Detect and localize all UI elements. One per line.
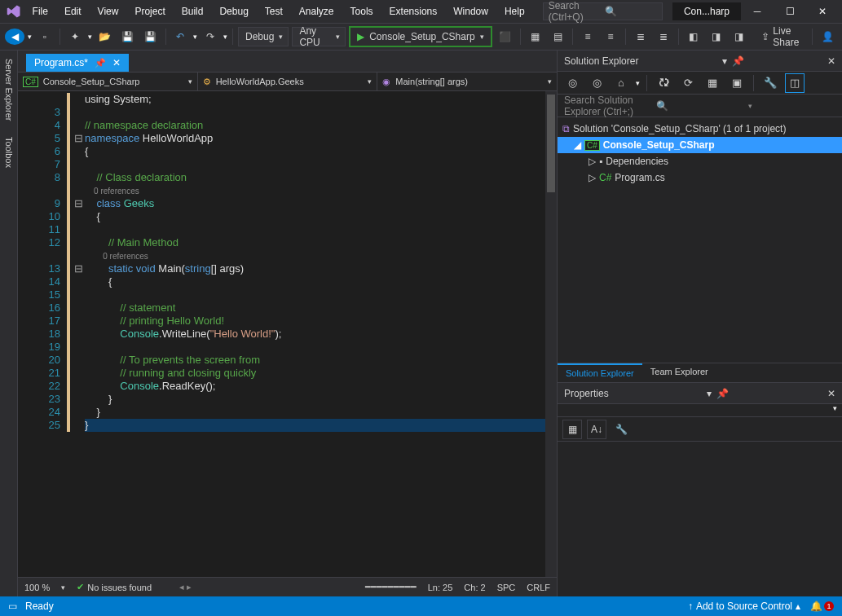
- menu-test[interactable]: Test: [257, 2, 291, 20]
- se-properties-icon[interactable]: 🔧: [760, 73, 780, 93]
- menu-build[interactable]: Build: [174, 2, 212, 20]
- menu-file[interactable]: File: [24, 2, 56, 20]
- se-home-icon[interactable]: ⌂: [611, 73, 631, 93]
- menu-view[interactable]: View: [90, 2, 127, 20]
- save-button[interactable]: 💾: [118, 27, 138, 46]
- menu-debug[interactable]: Debug: [211, 2, 256, 20]
- next-bookmark-icon[interactable]: ◨: [729, 27, 748, 46]
- comment-icon[interactable]: ≣: [631, 27, 650, 46]
- status-text: Ready: [25, 601, 54, 612]
- nav-class-dropdown[interactable]: ⚙HelloWorldApp.Geeks▾: [198, 73, 378, 90]
- prev-bookmark-icon[interactable]: ◨: [706, 27, 725, 46]
- tool-1-icon[interactable]: ▦: [525, 27, 544, 46]
- issues-indicator[interactable]: ✔No issues found: [77, 582, 152, 592]
- platform-dropdown[interactable]: Any CPU▾: [292, 27, 346, 46]
- bookmark-icon[interactable]: ◧: [683, 27, 703, 46]
- solution-explorer-header: Solution Explorer ▾ 📌 ✕: [558, 51, 842, 72]
- global-search-input[interactable]: Search (Ctrl+Q) 🔍: [543, 2, 663, 20]
- redo-button[interactable]: ↷: [201, 27, 220, 46]
- undo-button[interactable]: ↶: [170, 27, 190, 46]
- toolbox-tab[interactable]: Toolbox: [2, 129, 15, 176]
- maximize-button[interactable]: ☐: [774, 0, 806, 23]
- document-tab[interactable]: Program.cs* 📌 ✕: [26, 54, 129, 72]
- expand-icon[interactable]: ▷: [589, 156, 596, 167]
- minimize-button[interactable]: ─: [741, 0, 774, 23]
- close-tab-icon[interactable]: ✕: [112, 57, 121, 68]
- code-editor[interactable]: 345678910111213141516171819202122232425 …: [18, 91, 557, 577]
- menu-analyze[interactable]: Analyze: [291, 2, 342, 20]
- server-explorer-tab[interactable]: Server Explorer: [2, 51, 15, 129]
- indent-mode[interactable]: SPC: [497, 583, 516, 592]
- search-icon: 🔍: [605, 6, 657, 17]
- zoom-level[interactable]: 100 %: [24, 583, 50, 592]
- team-explorer-tab[interactable]: Team Explorer: [642, 363, 716, 382]
- solution-explorer-tab[interactable]: Solution Explorer: [558, 363, 642, 382]
- statusbar: ▭ Ready ↑ Add to Source Control ▴ 🔔1: [0, 596, 842, 616]
- forward-button[interactable]: ▫: [35, 27, 55, 46]
- categorized-icon[interactable]: ▦: [562, 420, 582, 439]
- menu-extensions[interactable]: Extensions: [381, 2, 446, 20]
- menu-tools[interactable]: Tools: [342, 2, 381, 20]
- close-button[interactable]: ✕: [806, 0, 839, 23]
- nav-member-dropdown[interactable]: ◉Main(string[] args)▾: [377, 73, 557, 90]
- main-toolbar: ◀ ▾ ▫ ✦ ▾ 📂 💾 💾 ↶ ▾ ↷ ▾ Debug▾ Any CPU▾ …: [0, 23, 842, 51]
- line-indicator: Ln: 25: [428, 583, 453, 592]
- se-preview-icon[interactable]: ◫: [785, 73, 805, 93]
- indent-left-icon[interactable]: ≡: [578, 27, 597, 46]
- config-dropdown[interactable]: Debug▾: [238, 27, 289, 46]
- indent-right-icon[interactable]: ≡: [601, 27, 620, 46]
- file-node[interactable]: ▷C#Program.cs: [558, 169, 842, 186]
- dropdown-icon[interactable]: ▾: [722, 55, 727, 67]
- props-dropdown[interactable]: ▾: [833, 404, 837, 416]
- search-icon: 🔍: [656, 100, 743, 112]
- solution-node[interactable]: ⧉Solution 'Console_Setup_CSharp' (1 of 1…: [558, 121, 842, 137]
- solution-title-tab[interactable]: Con...harp: [672, 2, 741, 20]
- close-panel-icon[interactable]: ✕: [827, 388, 835, 399]
- expand-icon[interactable]: ◢: [574, 139, 581, 151]
- project-node[interactable]: ◢C#Console_Setup_CSharp: [558, 137, 842, 153]
- menubar: FileEditViewProjectBuildDebugTestAnalyze…: [0, 0, 842, 23]
- open-button[interactable]: 📂: [95, 27, 115, 46]
- new-project-button[interactable]: ✦: [65, 27, 85, 46]
- live-share-button[interactable]: ⇪ Live Share: [755, 27, 807, 46]
- menu-help[interactable]: Help: [496, 2, 533, 20]
- cs-file-icon: C#: [599, 172, 611, 183]
- uncomment-icon[interactable]: ≣: [654, 27, 673, 46]
- step-button[interactable]: ⬛: [496, 27, 515, 46]
- notifications-button[interactable]: 🔔1: [810, 601, 834, 612]
- se-sync-icon[interactable]: 🗘: [654, 73, 673, 93]
- dropdown-icon[interactable]: ▾: [707, 388, 712, 399]
- start-debug-button[interactable]: ▶ Console_Setup_CSharp ▾: [349, 26, 492, 47]
- se-back-icon[interactable]: ◎: [562, 73, 582, 93]
- pin-icon[interactable]: 📌: [95, 58, 106, 68]
- feedback-icon[interactable]: 👤: [818, 27, 837, 46]
- nav-project-dropdown[interactable]: C#Console_Setup_CSharp▾: [18, 73, 198, 90]
- se-collapse-icon[interactable]: ▦: [703, 73, 722, 93]
- props-wrench-icon[interactable]: 🔧: [611, 420, 631, 439]
- properties-body: [558, 442, 842, 596]
- se-show-all-icon[interactable]: ▣: [727, 73, 747, 93]
- menu-edit[interactable]: Edit: [56, 2, 90, 20]
- back-button[interactable]: ◀: [5, 29, 24, 45]
- pin-icon[interactable]: 📌: [732, 55, 744, 67]
- se-refresh-icon[interactable]: ⟳: [678, 73, 698, 93]
- source-control-button[interactable]: ↑ Add to Source Control ▴: [688, 601, 800, 612]
- expand-icon[interactable]: ▷: [589, 172, 596, 183]
- back-dropdown[interactable]: ▾: [28, 33, 32, 41]
- save-all-button[interactable]: 💾: [141, 27, 161, 46]
- editor-pane: Program.cs* 📌 ✕ C#Console_Setup_CSharp▾ …: [18, 51, 557, 596]
- dependencies-node[interactable]: ▷▪Dependencies: [558, 153, 842, 169]
- tool-2-icon[interactable]: ▤: [548, 27, 567, 46]
- vs-logo-icon: [3, 0, 24, 23]
- close-panel-icon[interactable]: ✕: [827, 55, 835, 67]
- alphabetical-icon[interactable]: A↓: [587, 420, 606, 439]
- solution-tree: ⧉Solution 'Console_Setup_CSharp' (1 of 1…: [558, 117, 842, 363]
- properties-header: Properties ▾ 📌 ✕: [558, 383, 842, 404]
- se-fwd-icon[interactable]: ◎: [587, 73, 606, 93]
- eol-mode[interactable]: CRLF: [527, 583, 550, 592]
- menu-project[interactable]: Project: [126, 2, 173, 20]
- menu-window[interactable]: Window: [445, 2, 496, 20]
- pin-icon[interactable]: 📌: [716, 388, 729, 399]
- solution-explorer-search[interactable]: Search Solution Explorer (Ctrl+;) 🔍▾: [558, 95, 842, 117]
- editor-scrollbar[interactable]: [545, 91, 557, 577]
